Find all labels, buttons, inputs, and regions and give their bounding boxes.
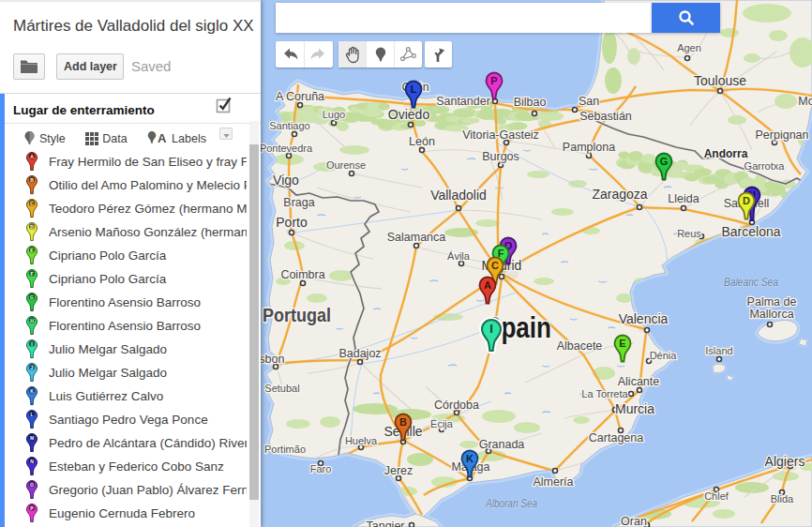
svg-text:L: L bbox=[30, 412, 33, 417]
svg-text:A Coruña: A Coruña bbox=[276, 90, 324, 103]
svg-text:Island: Island bbox=[705, 345, 732, 356]
svg-text:Balearic Sea: Balearic Sea bbox=[724, 276, 778, 289]
svg-text:Badajoz: Badajoz bbox=[338, 347, 381, 360]
svg-text:Andorra: Andorra bbox=[704, 147, 748, 160]
svg-text:Alicante: Alicante bbox=[618, 375, 660, 388]
svg-text:Albacete: Albacete bbox=[557, 339, 603, 353]
svg-text:F: F bbox=[30, 271, 33, 277]
svg-text:Dénia: Dénia bbox=[650, 350, 678, 361]
svg-text:C: C bbox=[30, 201, 34, 206]
svg-text:B: B bbox=[30, 177, 34, 183]
svg-text:Perpignan: Perpignan bbox=[756, 128, 809, 142]
svg-text:K: K bbox=[30, 388, 34, 394]
svg-text:Cartagena: Cartagena bbox=[589, 431, 643, 444]
svg-text:Mo: Mo bbox=[798, 95, 812, 108]
svg-text:Portimão: Portimão bbox=[264, 444, 306, 455]
svg-text:Agen: Agen bbox=[677, 42, 701, 53]
svg-text:A: A bbox=[158, 131, 167, 145]
svg-text:Toulouse: Toulouse bbox=[694, 73, 746, 88]
svg-text:I: I bbox=[489, 322, 493, 336]
svg-text:Lugo: Lugo bbox=[323, 109, 345, 120]
svg-text:Palma de: Palma de bbox=[747, 295, 797, 309]
svg-text:León: León bbox=[409, 135, 435, 148]
svg-text:Almería: Almería bbox=[533, 475, 573, 489]
svg-text:Oviedo: Oviedo bbox=[388, 107, 430, 122]
svg-text:Algiers: Algiers bbox=[765, 454, 805, 469]
svg-text:Bilbao: Bilbao bbox=[514, 96, 547, 109]
svg-text:Zaragoza: Zaragoza bbox=[592, 187, 647, 202]
svg-text:J: J bbox=[31, 365, 34, 370]
svg-text:Écija: Écija bbox=[430, 418, 454, 429]
svg-text:Reus: Reus bbox=[677, 228, 701, 239]
svg-text:Córdoba: Córdoba bbox=[434, 399, 479, 412]
svg-text:G: G bbox=[30, 294, 34, 300]
svg-text:Braga: Braga bbox=[283, 196, 314, 209]
svg-text:Mallorca: Mallorca bbox=[749, 308, 793, 321]
svg-text:Ourense: Ourense bbox=[326, 159, 366, 171]
svg-text:Vitoria-Gasteiz: Vitoria-Gasteiz bbox=[462, 128, 539, 142]
svg-text:Granada: Granada bbox=[479, 438, 525, 451]
svg-text:Valladolid: Valladolid bbox=[430, 188, 487, 203]
svg-text:Oran: Oran bbox=[621, 515, 647, 527]
svg-text:Pamplona: Pamplona bbox=[563, 141, 615, 154]
svg-text:Ávila: Ávila bbox=[447, 250, 471, 262]
svg-text:A: A bbox=[30, 154, 34, 159]
svg-text:La Torreta: La Torreta bbox=[581, 388, 628, 399]
svg-text:O: O bbox=[30, 482, 34, 488]
svg-text:D: D bbox=[743, 195, 750, 206]
svg-text:Chlef: Chlef bbox=[704, 490, 729, 502]
svg-text:P: P bbox=[490, 75, 497, 86]
svg-text:N: N bbox=[30, 459, 34, 464]
svg-text:L: L bbox=[411, 83, 417, 95]
svg-text:Portugal: Portugal bbox=[263, 305, 331, 325]
svg-text:Alboran Sea: Alboran Sea bbox=[485, 497, 537, 510]
svg-text:Coimbra: Coimbra bbox=[280, 268, 324, 281]
svg-text:Huelva: Huelva bbox=[345, 435, 378, 446]
svg-text:F: F bbox=[498, 248, 504, 259]
svg-text:Pontevedra: Pontevedra bbox=[261, 143, 313, 154]
svg-text:K: K bbox=[466, 453, 474, 464]
svg-text:Lleida: Lleida bbox=[668, 192, 699, 205]
svg-text:Faro: Faro bbox=[310, 463, 332, 474]
svg-text:E: E bbox=[619, 338, 625, 349]
svg-text:Setubal: Setubal bbox=[264, 383, 299, 394]
svg-text:Valencia: Valencia bbox=[619, 311, 669, 326]
svg-text:H: H bbox=[30, 318, 34, 324]
svg-text:Santander: Santander bbox=[436, 95, 490, 108]
svg-text:D: D bbox=[30, 224, 34, 230]
svg-text:Santiago: Santiago bbox=[269, 120, 309, 131]
svg-text:A: A bbox=[484, 279, 491, 291]
svg-text:Blida: Blida bbox=[771, 493, 794, 504]
svg-text:B: B bbox=[399, 416, 407, 428]
svg-text:San: San bbox=[579, 95, 599, 108]
svg-text:Murcia: Murcia bbox=[615, 401, 654, 416]
svg-text:M: M bbox=[30, 435, 34, 441]
svg-text:Tangier: Tangier bbox=[367, 519, 405, 527]
svg-text:Salamanca: Salamanca bbox=[387, 231, 446, 244]
svg-text:G: G bbox=[660, 156, 669, 167]
svg-text:C: C bbox=[491, 260, 499, 271]
svg-text:Vigo: Vigo bbox=[273, 173, 299, 188]
svg-text:Burgos: Burgos bbox=[482, 150, 519, 163]
svg-text:Barcelona: Barcelona bbox=[721, 224, 780, 239]
svg-text:Lisbon: Lisbon bbox=[261, 353, 284, 366]
svg-text:Sebastián: Sebastián bbox=[579, 110, 632, 123]
svg-text:Garrotxa: Garrotxa bbox=[744, 160, 786, 172]
svg-text:Jerez: Jerez bbox=[384, 464, 414, 477]
svg-text:Porto: Porto bbox=[276, 215, 308, 230]
